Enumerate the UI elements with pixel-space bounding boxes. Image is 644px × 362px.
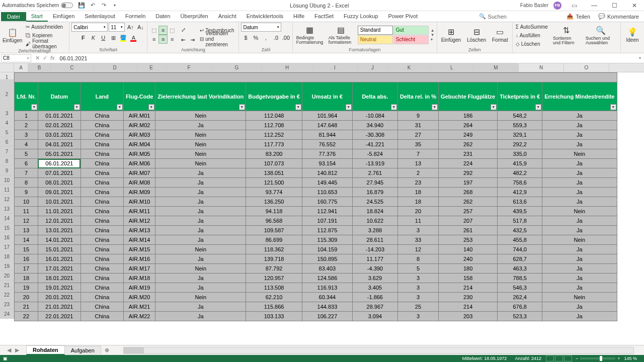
spreadsheet-grid[interactable]: ABCDEFGHIJKLMNO 123456789101112131415161…: [0, 63, 644, 332]
redo-icon[interactable]: ↷: [100, 2, 107, 9]
cell[interactable]: 107.073: [246, 159, 302, 168]
cell[interactable]: 83.200: [246, 149, 302, 159]
cell[interactable]: 20: [15, 293, 38, 302]
cell[interactable]: China: [80, 111, 123, 121]
cell[interactable]: Nein: [155, 130, 246, 140]
delete-cells-button[interactable]: ⊟Löschen: [465, 26, 488, 44]
cell[interactable]: 261: [439, 226, 498, 235]
cut-button[interactable]: ✂Ausschneiden: [25, 23, 67, 31]
cell[interactable]: -10.084: [352, 111, 397, 121]
cell[interactable]: China: [80, 207, 123, 216]
cell[interactable]: 160.775: [302, 197, 352, 207]
cell[interactable]: 329,1: [498, 130, 542, 140]
record-macro-icon[interactable]: ▣: [3, 356, 8, 361]
cell[interactable]: 203: [439, 312, 498, 321]
cell[interactable]: 4: [15, 140, 38, 149]
cell[interactable]: AIR.M14: [123, 235, 155, 245]
cell[interactable]: AIR.M17: [123, 264, 155, 274]
italic-button[interactable]: K: [89, 33, 98, 42]
cell[interactable]: 18: [15, 274, 38, 283]
cell[interactable]: Nein: [155, 264, 246, 274]
tab-file[interactable]: Datei: [1, 12, 26, 21]
cell[interactable]: 292: [439, 168, 498, 178]
fx-icon[interactable]: fx: [50, 55, 55, 61]
cell[interactable]: 3: [15, 130, 38, 140]
cell[interactable]: 412,9: [498, 188, 542, 197]
cell[interactable]: China: [80, 140, 123, 149]
zoom-out-icon[interactable]: −: [576, 356, 578, 361]
column-header[interactable]: M: [473, 63, 519, 72]
cell[interactable]: 240: [439, 254, 498, 264]
filter-dropdown-icon[interactable]: ▾: [346, 104, 352, 110]
table-row[interactable]: 2020.01.2021ChinaAIR.M20Nein62.21060.344…: [15, 293, 617, 302]
table-row[interactable]: 404.01.2021ChinaAIR.M04Nein117.77376.552…: [15, 140, 617, 149]
select-all-corner[interactable]: [0, 63, 14, 72]
table-header[interactable]: Datum▾: [38, 82, 80, 111]
column-header[interactable]: A: [14, 63, 28, 72]
cell[interactable]: 439,5: [498, 207, 542, 216]
cell[interactable]: 207: [439, 216, 498, 226]
row-header[interactable]: 14: [0, 214, 14, 223]
style-schlecht[interactable]: Schlecht: [393, 35, 429, 44]
cell[interactable]: AIR.M05: [123, 149, 155, 159]
cell[interactable]: 18: [397, 188, 438, 197]
cell[interactable]: 415,9: [498, 159, 542, 168]
zoom-in-icon[interactable]: +: [617, 356, 620, 361]
row-header[interactable]: 23: [0, 300, 14, 309]
cell[interactable]: Ja: [155, 207, 246, 216]
column-header[interactable]: C: [51, 63, 94, 72]
cell[interactable]: 13: [397, 159, 438, 168]
cell[interactable]: 158: [439, 274, 498, 283]
cell[interactable]: China: [80, 274, 123, 283]
cell[interactable]: 101.964: [302, 111, 352, 121]
cell[interactable]: 7: [397, 149, 438, 159]
cell[interactable]: 3: [397, 312, 438, 321]
horizontal-scrollbar[interactable]: [123, 347, 634, 354]
autosave-toggle[interactable]: Automatisches Speichern: [2, 3, 73, 8]
table-row[interactable]: 202.01.2021ChinaAIR.M02Ja112.708147.6483…: [15, 121, 617, 130]
cell[interactable]: 482,2: [498, 168, 542, 178]
cell[interactable]: 231: [439, 149, 498, 159]
cell[interactable]: Ja: [542, 245, 617, 254]
cell[interactable]: Ja: [155, 188, 246, 197]
cell[interactable]: Ja: [155, 197, 246, 207]
cell[interactable]: 180: [439, 264, 498, 274]
format-painter-button[interactable]: 🖌Format übertragen: [25, 40, 67, 48]
cell[interactable]: AIR.M08: [123, 178, 155, 188]
tab-einfügen[interactable]: Einfügen: [48, 12, 79, 22]
align-left-icon[interactable]: ≡: [149, 35, 158, 44]
cell[interactable]: 140: [439, 245, 498, 254]
enter-formula-icon[interactable]: ✓: [43, 55, 47, 61]
row-header[interactable]: 1: [0, 72, 14, 80]
cell[interactable]: 138.051: [246, 168, 302, 178]
cell[interactable]: Ja: [155, 254, 246, 264]
table-header[interactable]: Land▾: [80, 82, 123, 111]
cell[interactable]: 14: [15, 235, 38, 245]
row-header[interactable]: 24: [0, 309, 14, 319]
tab-seitenlayout[interactable]: Seitenlayout: [79, 12, 120, 22]
sheet-nav-next-icon[interactable]: ▶: [15, 347, 19, 353]
formula-input[interactable]: 06.01.2021: [58, 55, 636, 61]
cell[interactable]: 22.01.2021: [38, 312, 80, 321]
cell[interactable]: 60.344: [302, 293, 352, 302]
cell[interactable]: 149.445: [302, 178, 352, 188]
cell[interactable]: 83.403: [302, 264, 352, 274]
cell[interactable]: 107.191: [302, 216, 352, 226]
cell[interactable]: China: [80, 226, 123, 235]
cell[interactable]: 214: [439, 302, 498, 312]
save-icon[interactable]: 💾: [78, 2, 85, 9]
filter-dropdown-icon[interactable]: ▾: [535, 104, 541, 110]
column-header[interactable]: G: [212, 63, 262, 72]
cell[interactable]: AIR.M06: [123, 159, 155, 168]
align-top-icon[interactable]: ⬚: [149, 26, 158, 35]
table-header[interactable]: Budgetvorgabe in €▾: [246, 82, 302, 111]
cell[interactable]: 02.01.2021: [38, 121, 80, 130]
cell[interactable]: 257: [439, 207, 498, 216]
cell[interactable]: Nein: [542, 293, 617, 302]
cell[interactable]: 744,0: [498, 245, 542, 254]
cell[interactable]: China: [80, 302, 123, 312]
cell[interactable]: 3: [397, 293, 438, 302]
table-row[interactable]: 1616.01.2021ChinaAIR.M16Ja139.718150.895…: [15, 254, 617, 264]
filter-dropdown-icon[interactable]: ▾: [31, 104, 37, 110]
table-header[interactable]: Erreichung Mindestrendite▾: [542, 82, 617, 111]
